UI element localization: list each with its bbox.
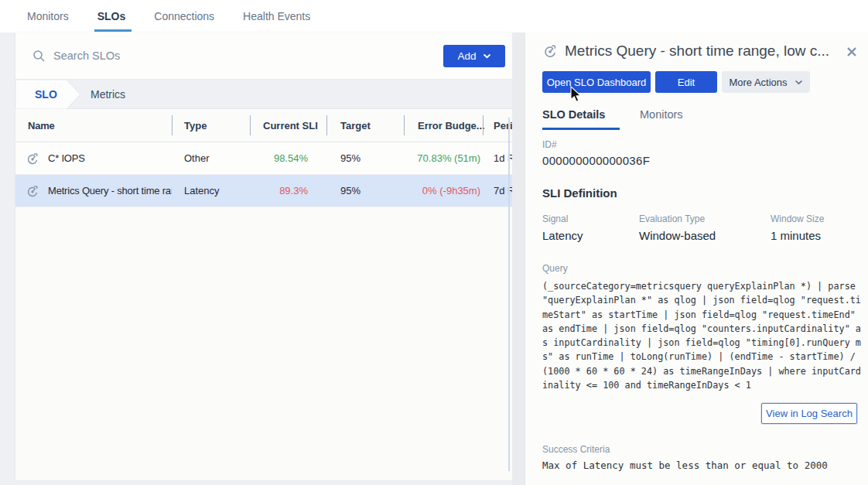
breadcrumb: SLO Metrics <box>15 80 512 109</box>
success-criteria-label: Success Criteria <box>542 444 861 455</box>
add-button-label: Add <box>457 50 476 62</box>
search-input[interactable] <box>53 50 285 62</box>
column-separator <box>250 115 251 135</box>
success-criteria-text: Max of Latency must be less than or equa… <box>542 459 861 471</box>
column-separator <box>483 115 484 135</box>
column-separator <box>172 115 173 135</box>
slo-gauge-icon <box>542 43 558 59</box>
table-row-selected[interactable]: Metrics Query - short time rang Latency … <box>15 175 512 207</box>
detail-title: Metrics Query - short time range, low c.… <box>565 43 829 60</box>
slo-error-budget: 70.83% (51m) <box>404 152 483 164</box>
column-header-type[interactable]: Type <box>172 120 250 131</box>
close-icon[interactable] <box>845 45 859 59</box>
slo-type: Other <box>172 152 250 164</box>
search-icon <box>32 50 46 63</box>
sli-definition-grid: Signal Evaluation Type Window Size Laten… <box>542 213 861 242</box>
column-header-name[interactable]: Name <box>15 120 172 131</box>
tab-health-events[interactable]: Health Events <box>243 0 310 32</box>
top-nav: Monitors SLOs Connections Health Events <box>0 0 868 32</box>
edit-button[interactable]: Edit <box>655 71 717 93</box>
view-in-log-search-button[interactable]: View in Log Search <box>761 403 857 424</box>
column-header-current-sli[interactable]: Current SLI <box>250 120 326 131</box>
slo-detail-panel: Metrics Query - short time range, low c.… <box>525 32 868 485</box>
evaluation-type-label: Evaluation Type <box>639 213 771 224</box>
window-size-label: Window Size <box>771 213 861 224</box>
slo-target: 95% <box>326 152 404 164</box>
evaluation-type-value: Window-based <box>639 229 771 242</box>
column-separator <box>404 115 405 135</box>
slo-list-panel: Add SLO Metrics Name Type Current SLI Ta… <box>15 32 512 480</box>
chevron-down-icon <box>483 53 491 59</box>
tab-monitors[interactable]: Monitors <box>27 0 69 32</box>
open-slo-dashboard-button[interactable]: Open SLO Dashboard <box>542 71 651 93</box>
id-value: 000000000000036F <box>542 154 861 167</box>
action-row: Open SLO Dashboard Edit More Actions <box>542 71 861 93</box>
add-button[interactable]: Add <box>443 45 505 67</box>
id-label: ID# <box>542 139 861 150</box>
tab-slo-details[interactable]: SLO Details <box>542 108 620 130</box>
slo-current-sli: 89.3% <box>250 185 326 196</box>
table-row[interactable]: C* IOPS Other 98.54% 95% 70.83% (51m) 1d… <box>15 142 512 175</box>
more-actions-label: More Actions <box>729 77 787 88</box>
column-header-target[interactable]: Target <box>326 120 404 131</box>
query-label: Query <box>542 263 861 274</box>
left-gutter <box>0 32 15 485</box>
column-separator <box>326 115 327 135</box>
breadcrumb-slo[interactable]: SLO <box>35 80 57 109</box>
window-size-value: 1 minutes <box>771 229 861 242</box>
signal-value: Latency <box>542 229 639 242</box>
signal-label: Signal <box>542 213 639 224</box>
tab-monitors-detail[interactable]: Monitors <box>640 108 683 130</box>
slo-name: C* IOPS <box>48 152 85 164</box>
table-header: Name Type Current SLI Target Error Budge… <box>15 109 512 142</box>
slo-type: Latency <box>172 185 250 196</box>
detail-tabs: SLO Details Monitors <box>542 108 861 130</box>
chevron-down-icon <box>795 80 803 85</box>
slo-name: Metrics Query - short time rang <box>48 185 172 196</box>
slo-error-budget: 0% (-9h35m) <box>404 185 483 196</box>
tab-slos[interactable]: SLOs <box>97 0 126 32</box>
slo-current-sli: 98.54% <box>250 152 326 164</box>
slo-gauge-icon <box>26 184 39 198</box>
breadcrumb-metrics[interactable]: Metrics <box>91 80 125 109</box>
detail-header: Metrics Query - short time range, low c.… <box>542 43 861 60</box>
tab-connections[interactable]: Connections <box>154 0 214 32</box>
bottom-strip <box>0 480 525 485</box>
column-header-error-budget[interactable]: Error Budge... <box>404 120 483 131</box>
query-text: (_sourceCategory=metricsquery queryExpla… <box>542 279 863 392</box>
more-actions-button[interactable]: More Actions <box>722 71 810 93</box>
slo-gauge-icon <box>26 152 39 166</box>
sli-definition-heading: SLI Definition <box>542 186 861 200</box>
search-bar: Add <box>15 32 512 80</box>
panel-divider <box>512 32 525 485</box>
vertical-scrollbar[interactable] <box>508 118 510 471</box>
slo-target: 95% <box>326 185 404 196</box>
